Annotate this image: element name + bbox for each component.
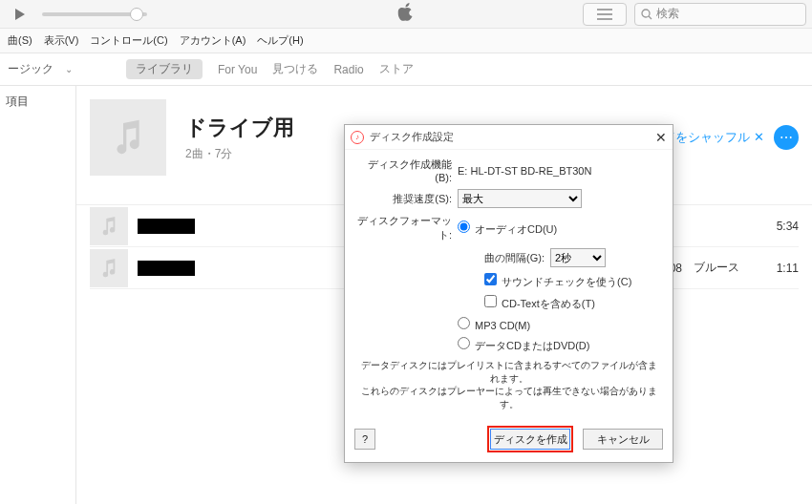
playlist-art (90, 99, 166, 176)
cancel-button[interactable]: キャンセル (583, 429, 663, 450)
drive-label: ディスク作成機能(B): (354, 158, 452, 183)
format-label: ディスクフォーマット: (354, 214, 452, 242)
track-name-redacted (138, 219, 195, 234)
checkbox-soundcheck[interactable]: サウンドチェックを使う(C) (484, 273, 631, 289)
volume-thumb[interactable] (130, 8, 143, 21)
menu-view[interactable]: 表示(V) (40, 32, 83, 50)
apple-logo-icon (398, 3, 415, 25)
menu-songs[interactable]: 曲(S) (4, 32, 36, 50)
chevron-down-icon: ⌄ (65, 64, 73, 74)
radio-audio-cd[interactable]: オーディオCD(U) (458, 220, 557, 237)
disc-burn-dialog: ♪ ディスク作成設定 ✕ ディスク作成機能(B): E: HL-DT-ST BD… (344, 124, 673, 463)
search-placeholder: 検索 (656, 6, 679, 22)
category-label: ージック (8, 61, 53, 77)
track-genre: ブルース (694, 260, 760, 276)
track-art-icon (90, 207, 128, 245)
playlist-title: ドライブ用 (185, 114, 294, 142)
search-input[interactable]: 検索 (634, 3, 806, 26)
track-duration: 1:11 (760, 262, 799, 275)
dialog-title: ディスク作成設定 (370, 130, 454, 144)
burn-disc-button[interactable]: ディスクを作成 (490, 429, 570, 450)
help-button[interactable]: ? (354, 429, 375, 450)
drive-value: E: HL-DT-ST BD-RE_BT30N (458, 165, 663, 177)
category-dropdown[interactable]: ージック ⌄ (8, 61, 73, 77)
speed-select[interactable]: 最大 (458, 189, 582, 208)
volume-slider[interactable] (42, 12, 147, 16)
itunes-icon: ♪ (351, 131, 364, 144)
track-art-icon (90, 249, 128, 287)
dialog-titlebar: ♪ ディスク作成設定 ✕ (345, 125, 673, 150)
track-duration: 5:34 (760, 220, 799, 233)
ok-highlight: ディスクを作成 (487, 426, 573, 452)
tab-foryou[interactable]: For You (218, 63, 257, 76)
list-view-icon[interactable] (583, 3, 627, 26)
sidebar: 項目 (0, 86, 76, 504)
close-icon[interactable]: ✕ (655, 130, 667, 145)
speed-label: 推奨速度(S): (354, 192, 452, 206)
radio-data-cd[interactable]: データCDまたはDVD(D) (458, 337, 589, 353)
tab-radio[interactable]: Radio (333, 63, 363, 76)
tab-store[interactable]: ストア (379, 61, 414, 77)
menu-help[interactable]: ヘルプ(H) (253, 32, 307, 50)
menu-account[interactable]: アカウント(A) (176, 32, 250, 50)
more-button[interactable]: ⋯ (774, 125, 799, 150)
tab-find[interactable]: 見つける (272, 61, 318, 77)
menu-bar: 曲(S) 表示(V) コントロール(C) アカウント(A) ヘルプ(H) (0, 29, 812, 53)
gap-select[interactable]: 2秒 (550, 248, 606, 267)
track-name-redacted (138, 261, 195, 276)
playlist-subtitle: 2曲・7分 (185, 146, 294, 162)
radio-mp3-cd[interactable]: MP3 CD(M) (458, 317, 530, 331)
dialog-note: データディスクにはプレイリストに含まれるすべてのファイルが含まれます。これらのデ… (356, 359, 661, 410)
gap-label: 曲の間隔(G): (484, 251, 545, 265)
section-bar: ージック ⌄ ライブラリ For You 見つける Radio ストア (0, 53, 812, 86)
checkbox-cdtext[interactable]: CD-Textを含める(T) (484, 295, 595, 311)
title-bar: 検索 (0, 0, 812, 29)
sidebar-item[interactable]: 項目 (6, 94, 70, 110)
play-icon[interactable] (6, 2, 34, 27)
svg-point-0 (642, 10, 650, 17)
menu-controls[interactable]: コントロール(C) (86, 32, 171, 50)
tab-library[interactable]: ライブラリ (126, 59, 203, 79)
